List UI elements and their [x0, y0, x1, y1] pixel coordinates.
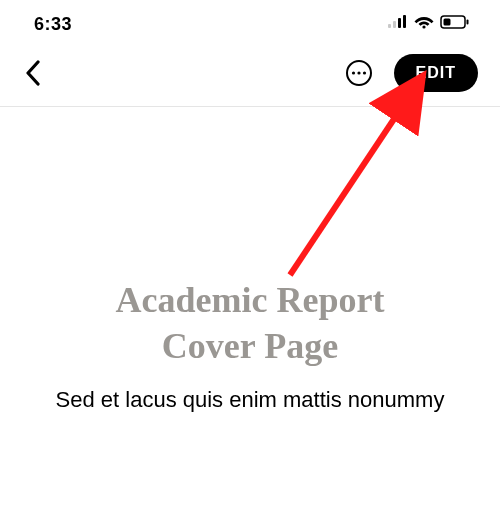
ellipsis-circle-icon — [345, 59, 373, 87]
battery-icon — [440, 15, 470, 33]
document-preview: Academic Report Cover Page Sed et lacus … — [0, 107, 500, 415]
svg-rect-2 — [398, 18, 401, 28]
status-bar: 6:33 — [0, 0, 500, 44]
nav-bar: EDIT — [0, 44, 500, 107]
svg-point-10 — [357, 71, 360, 74]
status-icons — [388, 15, 470, 33]
svg-rect-0 — [388, 24, 391, 28]
back-button[interactable] — [18, 58, 48, 88]
cellular-icon — [388, 15, 408, 33]
svg-point-11 — [362, 71, 365, 74]
svg-point-4 — [422, 25, 425, 28]
document-subtitle: Sed et lacus quis enim mattis nonummy — [40, 385, 460, 415]
edit-button[interactable]: EDIT — [394, 54, 478, 92]
svg-rect-6 — [444, 19, 451, 26]
svg-point-9 — [351, 71, 354, 74]
wifi-icon — [414, 15, 434, 33]
document-title-line2: Cover Page — [162, 326, 338, 366]
svg-rect-1 — [393, 21, 396, 28]
svg-rect-3 — [403, 15, 406, 28]
document-title-line1: Academic Report — [116, 280, 385, 320]
status-time: 6:33 — [34, 14, 72, 35]
svg-rect-7 — [467, 20, 469, 25]
more-button[interactable] — [344, 58, 374, 88]
document-title: Academic Report Cover Page — [40, 277, 460, 369]
chevron-left-icon — [25, 60, 41, 86]
